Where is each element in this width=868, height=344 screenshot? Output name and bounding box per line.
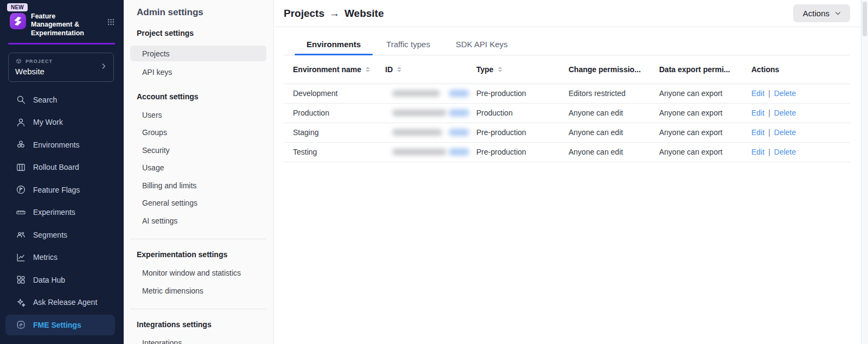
data-export-permissions-cell: Anyone can export (659, 84, 751, 103)
admin-item-ai-settings[interactable]: AI settings (130, 212, 266, 230)
admin-item-api-keys[interactable]: API keys (130, 63, 266, 81)
environment-id-cell (385, 103, 476, 123)
admin-item-billing-and-limits[interactable]: Billing and limits (130, 177, 266, 195)
project-selector[interactable]: PROJECT Website (8, 53, 114, 82)
edit-link[interactable]: Edit (751, 89, 764, 98)
change-permissions-cell: Anyone can edit (569, 103, 659, 123)
admin-item-security[interactable]: Security (130, 142, 266, 160)
copy-id-chip[interactable] (449, 149, 469, 156)
sidebar-item-segments[interactable]: Segments (5, 225, 115, 245)
breadcrumb-arrow-icon: → (329, 8, 340, 20)
app-sidebar: NEW Feature Management & Experimentation (0, 0, 124, 344)
environment-type-cell: Pre-production (476, 84, 569, 103)
environment-row: StagingPre-productionAnyone can editAnyo… (284, 123, 850, 142)
admin-settings-title: Admin settings (137, 7, 273, 18)
sidebar-item-environments[interactable]: Environments (5, 135, 115, 155)
sort-icon[interactable] (397, 67, 401, 72)
sidebar-item-search[interactable]: Search (5, 90, 115, 110)
chart-icon (15, 252, 26, 263)
environment-name-cell: Staging (284, 123, 385, 142)
copy-id-chip[interactable] (449, 110, 469, 117)
environment-name-cell: Testing (284, 142, 385, 162)
environment-row: ProductionProductionAnyone can editAnyon… (284, 103, 850, 123)
admin-item-groups[interactable]: Groups (130, 124, 266, 142)
admin-item-usage[interactable]: Usage (130, 159, 266, 177)
admin-item-projects[interactable]: Projects (130, 46, 266, 61)
environment-id-cell (385, 84, 476, 103)
link-separator: | (768, 89, 770, 98)
page-scrollbar (861, 0, 868, 344)
delete-link[interactable]: Delete (774, 148, 796, 156)
split-logo-icon (10, 13, 26, 29)
admin-item-users[interactable]: Users (130, 106, 266, 124)
column-header-id[interactable]: ID (385, 55, 476, 84)
app-nav: SearchMy WorkEnvironmentsRollout BoardFe… (0, 90, 124, 335)
link-separator: | (768, 109, 770, 117)
sort-icon[interactable] (366, 67, 370, 72)
edit-link[interactable]: Edit (751, 109, 764, 117)
sidebar-item-fme-settings[interactable]: FME Settings (5, 315, 115, 335)
sidebar-item-ask-release-agent[interactable]: Ask Release Agent (5, 292, 115, 313)
environment-name-cell: Production (284, 103, 385, 123)
new-badge: NEW (7, 3, 28, 11)
environment-type-cell: Production (476, 103, 569, 123)
copy-id-chip[interactable] (449, 129, 469, 136)
user-icon (15, 117, 26, 128)
tab-bar: EnvironmentsTraffic typesSDK API Keys (284, 33, 850, 55)
admin-item-integrations[interactable]: Integrations (130, 334, 266, 344)
page-title: Projects → Website (284, 8, 384, 20)
environment-row: DevelopmentPre-productionEditors restric… (284, 84, 850, 103)
breadcrumb-page: Website (344, 8, 384, 20)
admin-item-metric-dimensions[interactable]: Metric dimensions (130, 282, 266, 300)
admin-sidebar: Admin settings Project settingsProjectsA… (124, 0, 274, 344)
chevron-down-icon (834, 10, 841, 17)
redacted-id (392, 110, 446, 116)
redacted-id (392, 149, 446, 155)
sidebar-item-metrics[interactable]: Metrics (5, 247, 115, 267)
admin-item-monitor-window-and-statistics[interactable]: Monitor window and statistics (130, 264, 266, 282)
link-separator: | (768, 128, 770, 137)
column-header-data-export-permi: Data export permi... (659, 55, 751, 84)
edit-link[interactable]: Edit (751, 148, 764, 156)
column-header-environment-name[interactable]: Environment name (284, 55, 385, 84)
project-name: Website (15, 67, 107, 76)
brand-block: NEW Feature Management & Experimentation (0, 0, 124, 37)
tab-traffic-types[interactable]: Traffic types (374, 33, 442, 55)
environment-row: TestingPre-productionAnyone can editAnyo… (284, 142, 850, 162)
sidebar-item-experiments[interactable]: Experiments (5, 202, 115, 222)
sidebar-item-my-work[interactable]: My Work (5, 112, 115, 132)
redacted-id (392, 129, 442, 136)
environment-type-cell: Pre-production (476, 142, 569, 162)
delete-link[interactable]: Delete (774, 128, 796, 137)
column-header-actions: Actions (751, 55, 850, 84)
redacted-id (392, 90, 440, 97)
data-export-permissions-cell: Anyone can export (659, 103, 751, 123)
admin-item-general-settings[interactable]: General settings (130, 194, 266, 212)
flag-icon (15, 184, 26, 195)
sidebar-item-feature-flags[interactable]: Feature Flags (5, 180, 115, 200)
column-header-change-permissio: Change permissio... (569, 55, 659, 84)
environment-type-cell: Pre-production (476, 123, 569, 142)
ruler-icon (15, 207, 26, 218)
environments-icon (15, 139, 26, 150)
actions-button[interactable]: Actions (793, 4, 850, 22)
scrollbar-thumb[interactable] (863, 2, 867, 36)
actions-cell: Edit|Delete (751, 103, 850, 123)
brand-accent-rule (8, 43, 115, 44)
edit-link[interactable]: Edit (751, 128, 764, 137)
sidebar-item-data-hub[interactable]: Data Hub (5, 270, 115, 290)
copy-id-chip[interactable] (449, 90, 469, 97)
sidebar-item-rollout-board[interactable]: Rollout Board (5, 157, 115, 177)
apps-grid-icon[interactable] (107, 18, 115, 26)
sort-icon[interactable] (498, 67, 502, 72)
grid-icon (15, 275, 26, 285)
section-heading-integrations-settings: Integrations settings (137, 320, 273, 329)
environments-table: Environment nameIDTypeChange permissio..… (284, 55, 850, 162)
environment-id-cell (385, 123, 476, 142)
breadcrumb-section: Projects (284, 8, 324, 20)
tab-environments[interactable]: Environments (295, 33, 373, 55)
column-header-type[interactable]: Type (476, 55, 569, 84)
delete-link[interactable]: Delete (774, 89, 796, 98)
delete-link[interactable]: Delete (774, 109, 796, 117)
tab-sdk-api-keys[interactable]: SDK API Keys (444, 33, 520, 55)
